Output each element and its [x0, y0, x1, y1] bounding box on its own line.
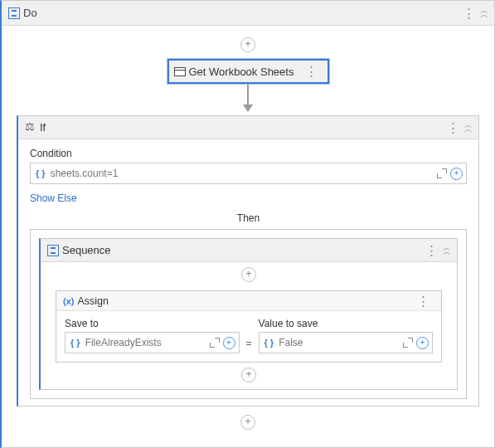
value-col: Value to save { } False — [259, 318, 434, 353]
assign-title: Assign — [74, 295, 412, 307]
sequence-add-bottom[interactable] — [241, 368, 256, 382]
variable-icon: (x) — [63, 296, 74, 306]
do-menu-button[interactable]: ⋮ — [458, 6, 480, 21]
value-input[interactable]: { } False — [259, 332, 434, 353]
condition-label: Condition — [30, 148, 467, 159]
condition-input[interactable]: { } sheets.count=1 — [30, 163, 467, 184]
if-body: Condition { } sheets.count=1 Show Else T… — [18, 139, 478, 406]
if-header: If ⋮ — [18, 116, 478, 139]
if-title: If — [36, 121, 442, 134]
if-menu[interactable]: ⋮ — [442, 120, 464, 135]
sequence-activity[interactable]: Sequence ⋮ (x) Assign ⋮ — [39, 238, 458, 390]
save-to-label: Save to — [65, 318, 240, 329]
assign-activity[interactable]: (x) Assign ⋮ Save to { } FileAlreadyExis… — [56, 290, 442, 363]
value-value: False — [279, 337, 403, 348]
braces-icon: { } — [264, 338, 274, 348]
expand-icon[interactable] — [403, 338, 413, 348]
save-to-input[interactable]: { } FileAlreadyExists — [65, 332, 240, 353]
get-workbook-sheets-activity[interactable]: Get Workbook Sheets ⋮ — [167, 59, 329, 84]
if-activity[interactable]: If ⋮ Condition { } sheets.count=1 Show E… — [17, 115, 479, 407]
assign-body: Save to { } FileAlreadyExists = — [56, 311, 441, 362]
get-workbook-title: Get Workbook Sheets — [186, 66, 300, 78]
flow-arrow — [2, 84, 494, 112]
do-collapse-button[interactable] — [480, 9, 488, 17]
braces-icon: { } — [36, 168, 46, 178]
window-icon — [174, 67, 186, 76]
do-header: Do ⋮ — [2, 1, 494, 26]
sequence-icon — [8, 7, 20, 19]
get-workbook-menu[interactable]: ⋮ — [300, 64, 323, 79]
then-container: Sequence ⋮ (x) Assign ⋮ — [30, 229, 467, 399]
scale-icon — [25, 122, 36, 134]
do-container: Do ⋮ Get Workbook Sheets ⋮ If ⋮ Conditio… — [0, 0, 495, 448]
condition-add[interactable] — [450, 168, 463, 180]
expand-icon[interactable] — [210, 338, 220, 348]
equals-sign: = — [246, 338, 252, 353]
do-title: Do — [20, 7, 458, 19]
add-activity-bottom[interactable] — [240, 415, 255, 430]
sequence-header: Sequence ⋮ — [41, 239, 457, 262]
condition-value: sheets.count=1 — [51, 168, 437, 179]
save-to-col: Save to { } FileAlreadyExists — [65, 318, 240, 353]
sequence-menu[interactable]: ⋮ — [420, 243, 443, 258]
assign-header: (x) Assign ⋮ — [56, 291, 441, 311]
assign-menu[interactable]: ⋮ — [412, 294, 434, 309]
value-label: Value to save — [259, 318, 434, 329]
add-activity-top[interactable] — [240, 37, 255, 52]
then-label: Then — [30, 212, 467, 224]
braces-icon: { } — [70, 338, 80, 348]
if-collapse[interactable] — [464, 124, 472, 131]
save-to-add[interactable] — [223, 337, 235, 349]
value-add[interactable] — [416, 337, 429, 349]
sequence-add-top[interactable] — [241, 267, 256, 282]
save-to-value: FileAlreadyExists — [85, 337, 210, 348]
sequence-icon — [47, 245, 59, 256]
sequence-title: Sequence — [59, 244, 420, 256]
expand-icon[interactable] — [437, 168, 447, 178]
show-else-link[interactable]: Show Else — [30, 192, 467, 204]
sequence-collapse[interactable] — [443, 246, 450, 254]
